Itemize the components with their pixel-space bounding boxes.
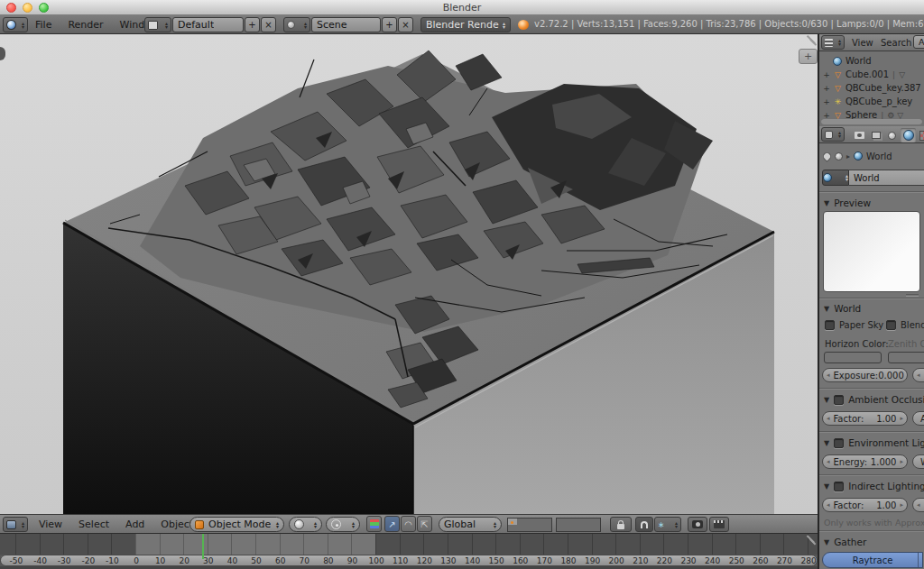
- layer-cell[interactable]: [566, 525, 575, 531]
- panel-indirect-lighting[interactable]: ▼ Indirect Lighting: [824, 480, 924, 492]
- panel-environment-lighting[interactable]: ▼ Environment Lighting: [824, 436, 924, 449]
- layer-cell[interactable]: [517, 525, 526, 531]
- timeline-ruler[interactable]: -50-40-30-20-100102030405060708090100110…: [0, 555, 818, 566]
- mesh-icon[interactable]: ▽: [897, 111, 903, 120]
- expand-icon[interactable]: +: [821, 111, 832, 120]
- outliner-item-qbcube_key.387[interactable]: +▽QBCube_key.387|▽: [821, 81, 924, 95]
- indirect-factor-slider[interactable]: ◂ Factor: 1.00 ▸: [822, 498, 908, 512]
- outliner-item-world[interactable]: World: [821, 54, 872, 68]
- editor-type-button-outliner[interactable]: ▴▾: [821, 35, 845, 50]
- scene-selector-button[interactable]: ▴▾: [283, 17, 310, 32]
- panel-ambient-occlusion[interactable]: ▼ Ambient Occlusion: [824, 393, 924, 406]
- outliner-item-cube.001[interactable]: +▽Cube.001|▽: [821, 68, 908, 81]
- viewport-3d[interactable]: +: [0, 34, 818, 514]
- add-layout-button[interactable]: +: [245, 17, 260, 32]
- env-energy-slider[interactable]: ◂ Energy: 1.000 ▸: [822, 454, 908, 469]
- wrench-icon[interactable]: ⚙: [887, 111, 894, 120]
- tab-scene[interactable]: [884, 128, 900, 142]
- ao-blend-mode-dropdown[interactable]: Add: [912, 411, 924, 426]
- translate-manipulator-button[interactable]: ↗: [384, 516, 400, 532]
- layer-cell[interactable]: [591, 519, 600, 525]
- lock-to-scene-button[interactable]: [610, 517, 632, 532]
- tab-render-layers[interactable]: [868, 128, 883, 142]
- horizon-color-swatch[interactable]: [824, 352, 882, 363]
- screen-layout-button[interactable]: ▴▾: [144, 17, 171, 32]
- editor-type-button-3dview[interactable]: ▴▾: [3, 517, 28, 532]
- manipulator-toggle-button[interactable]: [366, 516, 382, 532]
- screen-layout-field[interactable]: Default: [172, 17, 244, 32]
- layer-cell[interactable]: [557, 519, 566, 525]
- outliner-display-mode-dropdown[interactable]: All Scenes: [913, 35, 924, 49]
- snap-toggle-button[interactable]: [635, 517, 653, 532]
- mesh-icon[interactable]: ▽: [899, 70, 905, 79]
- layer-cell[interactable]: [583, 525, 592, 531]
- menu-add[interactable]: Add: [117, 519, 152, 530]
- layer-cell[interactable]: [542, 525, 551, 531]
- properties-shelf-expand-button[interactable]: +: [799, 49, 818, 64]
- area-resize-corner[interactable]: [804, 35, 817, 48]
- render-engine-dropdown[interactable]: Blender Render ▴▾: [420, 17, 511, 32]
- rotate-manipulator-button[interactable]: ◠: [401, 516, 416, 532]
- tab-texture[interactable]: [917, 128, 924, 142]
- layers-grid-a[interactable]: [507, 518, 552, 532]
- tab-world[interactable]: [901, 128, 916, 142]
- layer-cell[interactable]: [566, 519, 575, 525]
- tab-render[interactable]: [852, 128, 867, 142]
- indirect-lighting-checkbox[interactable]: [834, 482, 844, 491]
- layer-cell[interactable]: [591, 525, 600, 531]
- panel-preview[interactable]: ▼ Preview: [824, 197, 871, 209]
- transform-orientation-dropdown[interactable]: Global ▴▾: [439, 517, 502, 532]
- layer-cell[interactable]: [542, 519, 551, 525]
- layer-cell[interactable]: [525, 519, 534, 525]
- env-color-dropdown[interactable]: White: [912, 454, 924, 469]
- paper-sky-checkbox[interactable]: [825, 320, 835, 330]
- world-browse-button[interactable]: ▴▾: [822, 170, 849, 186]
- timeline-playhead[interactable]: [202, 534, 204, 559]
- exposure-slider[interactable]: ◂ Exposure: 0.000 ▸: [822, 368, 908, 382]
- gather-approximate-button[interactable]: [918, 553, 922, 567]
- panel-gather[interactable]: ▼ Gather: [824, 536, 866, 548]
- render-animation-button[interactable]: [709, 517, 729, 532]
- menu-render[interactable]: Render: [60, 19, 111, 31]
- layer-cell[interactable]: [557, 525, 566, 531]
- expand-icon[interactable]: +: [821, 70, 832, 79]
- layer-cell[interactable]: [534, 519, 543, 525]
- world-name-field[interactable]: World: [849, 170, 924, 186]
- outliner-item-qbcube_p_key[interactable]: +✳QBCube_p_key: [821, 95, 912, 108]
- editor-type-button-properties[interactable]: ▴▾: [821, 127, 845, 142]
- zenith-color-swatch[interactable]: [888, 352, 924, 363]
- layer-cell[interactable]: [525, 525, 534, 531]
- panel-resize-grip[interactable]: [906, 294, 919, 297]
- menu-file[interactable]: File: [27, 19, 60, 31]
- layer-cell[interactable]: [574, 519, 583, 525]
- scale-manipulator-button[interactable]: ⇱: [417, 516, 432, 532]
- outliner-scrollbar[interactable]: [821, 119, 922, 124]
- delete-layout-button[interactable]: ×: [261, 17, 276, 32]
- environment-lighting-checkbox[interactable]: [834, 438, 844, 448]
- layer-cell[interactable]: [508, 519, 517, 525]
- menu-select[interactable]: Select: [70, 519, 117, 530]
- layer-cell[interactable]: [574, 525, 583, 531]
- layer-cell[interactable]: [583, 519, 592, 525]
- indirect-bounces-slider[interactable]: ◂: [912, 498, 924, 512]
- menu-view[interactable]: View: [31, 519, 70, 530]
- snap-element-dropdown[interactable]: ∗ ▴▾: [654, 517, 681, 532]
- layer-cell[interactable]: [534, 525, 543, 531]
- expand-icon[interactable]: +: [821, 84, 832, 93]
- ambient-occlusion-checkbox[interactable]: [834, 395, 844, 405]
- outliner-search-menu[interactable]: Search: [881, 38, 911, 48]
- layer-cell[interactable]: [517, 519, 526, 525]
- ao-factor-slider[interactable]: ◂ Factor: 1.00 ▸: [822, 411, 908, 426]
- panel-world[interactable]: ▼ World: [824, 302, 861, 315]
- layers-grid-b[interactable]: [556, 518, 601, 532]
- expand-icon[interactable]: +: [821, 97, 832, 106]
- scene-name-field[interactable]: Scene: [311, 17, 381, 32]
- range-slider[interactable]: ◂: [912, 368, 924, 382]
- layer-cell[interactable]: [508, 525, 517, 531]
- outliner-view-menu[interactable]: View: [852, 38, 873, 48]
- timeline-resize-corner[interactable]: [805, 535, 817, 546]
- viewport-shading-dropdown[interactable]: ▴▾: [289, 517, 322, 532]
- timeline-tracks[interactable]: [0, 534, 818, 555]
- pin-icon[interactable]: [821, 151, 833, 162]
- gather-raytrace-button[interactable]: Raytrace: [822, 552, 923, 568]
